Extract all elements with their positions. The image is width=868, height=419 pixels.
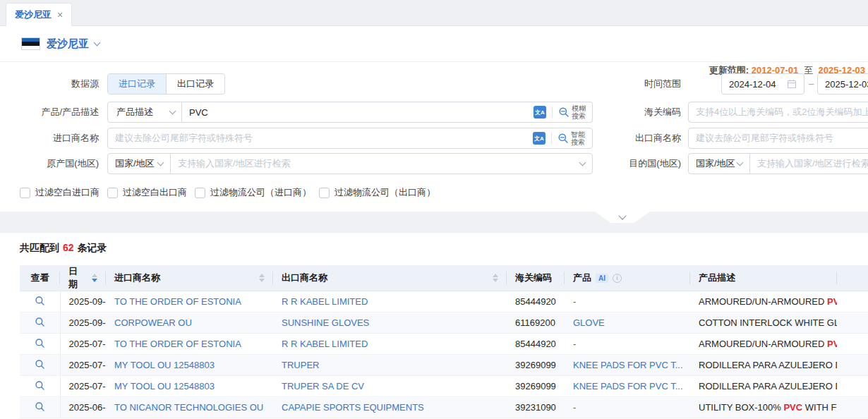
records-table: 查看 日期 进口商名称 出口商名称	[20, 265, 868, 418]
product-cell: -	[565, 291, 690, 312]
table-row: 2025-07-10 MY TOOL OU 12548803 TRUPER 39…	[20, 355, 868, 376]
results-summary: 共匹配到62条记录	[0, 233, 868, 255]
product-type-select[interactable]: 产品描述	[107, 102, 182, 123]
origin-country-type-select[interactable]: 国家/地区	[107, 153, 171, 174]
country-name[interactable]: 爱沙尼亚	[47, 37, 89, 51]
product-search-group: 产品描述 PVC 文A 模糊 搜索	[107, 102, 593, 123]
end-date-value: 2025-12-03	[825, 79, 868, 90]
summary-suffix: 条记录	[78, 242, 107, 253]
filter-blank-exporter-checkbox[interactable]: 过滤空白出口商	[107, 186, 187, 199]
view-record-button[interactable]	[20, 397, 60, 418]
view-record-button[interactable]	[20, 355, 60, 376]
tab-title: 爱沙尼亚	[15, 8, 52, 21]
date-range-separator: –	[809, 73, 814, 95]
filler-cell	[837, 291, 868, 312]
col-header-view: 查看	[20, 265, 60, 291]
info-icon[interactable]: i	[613, 274, 622, 283]
filter-blank-importer-checkbox[interactable]: 过滤空白进口商	[20, 186, 100, 199]
chevron-down-icon	[579, 159, 586, 166]
col-header-date[interactable]: 日期	[60, 265, 106, 291]
exporter-link[interactable]: SUNSHINE GLOVES	[273, 312, 507, 334]
estonia-flag-icon	[21, 37, 40, 50]
importer-input-icons: 文A 智能 搜索	[533, 130, 585, 147]
importer-link[interactable]: MY TOOL OU 12548803	[106, 376, 273, 397]
origin-select-value: 国家/地区	[115, 157, 155, 170]
importer-link[interactable]: TO THE ORDER OF ESTONIA	[106, 291, 273, 312]
sort-icons-date[interactable]	[92, 274, 97, 282]
chevron-down-icon	[618, 212, 626, 219]
app-window: 爱沙尼亚 × 爱沙尼亚 更新范围: 2012-07-01 至 2025-12-0…	[0, 0, 868, 419]
view-record-button[interactable]	[20, 376, 60, 397]
checkbox[interactable]	[20, 188, 30, 198]
hscode-cell: 85444920	[507, 334, 565, 355]
magnifier-icon	[35, 359, 45, 370]
tab-estonia[interactable]: 爱沙尼亚 ×	[6, 3, 72, 26]
exporter-placeholder: 建议去除公司尾部字符或特殊符号	[696, 132, 833, 145]
view-record-button[interactable]	[20, 312, 60, 334]
hscode-cell: 85444920	[507, 291, 565, 312]
fuzzy-search-button[interactable]: 模糊 搜索	[558, 104, 586, 121]
date-cell: 2025-06-26	[60, 397, 106, 418]
product-search-input[interactable]: PVC 文A 模糊 搜索	[182, 102, 593, 123]
checkbox[interactable]	[319, 188, 330, 198]
summary-prefix: 共匹配到	[20, 242, 59, 253]
product-link[interactable]: KNEE PADS FOR PVC T...	[565, 355, 690, 376]
exporter-link[interactable]: TRUPER SA DE CV	[273, 376, 507, 397]
description-cell: ARMOURED/UN-ARMOURED PVC I...	[690, 291, 837, 312]
date-cell: 2025-07-10	[60, 355, 106, 376]
product-link[interactable]: KNEE PADS FOR PVC T...	[565, 376, 690, 397]
importer-link[interactable]: CORPOWEAR OU	[106, 312, 273, 334]
col-header-importer[interactable]: 进口商名称	[106, 265, 273, 291]
filter-logistics-importer-checkbox[interactable]: 过滤物流公司（进口商）	[195, 186, 311, 199]
filter-row-product: 产品/产品描述 产品描述 PVC 文A 模糊 搜	[0, 102, 868, 123]
translate-icon[interactable]: 文A	[533, 132, 545, 145]
description-cell: UTILITY BOX-100% PVC WITH FOAM	[690, 397, 837, 418]
collapse-filters-button[interactable]	[595, 212, 650, 223]
table-row: 2025-09-30 TO THE ORDER OF ESTONIA R R K…	[20, 291, 868, 312]
date-cell: 2025-07-22	[60, 334, 106, 355]
view-record-button[interactable]	[20, 334, 60, 355]
close-icon[interactable]: ×	[57, 10, 63, 20]
col-header-exporter[interactable]: 出口商名称	[273, 265, 507, 291]
dest-select-value: 国家/地区	[696, 157, 735, 170]
dest-placeholder: 支持输入国家/地区进行检索	[757, 157, 868, 170]
exporter-link[interactable]: TRUPER	[273, 355, 507, 376]
exporter-link[interactable]: R R KABEL LIMITED	[273, 334, 507, 355]
checkbox[interactable]	[195, 188, 205, 198]
importer-name-input[interactable]: 建议去除公司尾部字符或特殊符号 文A 智能 搜索	[107, 128, 593, 149]
exporter-link[interactable]: CAPAPIE SPORTS EQUIPMENTS	[273, 397, 507, 418]
translate-icon[interactable]: 文A	[534, 106, 546, 119]
description-cell: ARMOURED/UN-ARMOURED PVC I...	[690, 334, 837, 355]
table-header-row: 查看 日期 进口商名称 出口商名称	[20, 265, 868, 291]
col-header-description: 产品描述	[690, 265, 837, 291]
filter-logistics-exporter-checkbox[interactable]: 过滤物流公司（出口商）	[319, 186, 435, 199]
chevron-down-icon[interactable]	[94, 39, 101, 46]
exporter-name-input[interactable]: 建议去除公司尾部字符或特殊符号	[688, 128, 868, 149]
data-source-label: 数据源	[0, 73, 99, 95]
export-records-tab[interactable]: 出口记录	[166, 74, 224, 94]
view-record-button[interactable]	[20, 291, 60, 312]
table-row: 2025-09-08 CORPOWEAR OU SUNSHINE GLOVES …	[20, 312, 868, 334]
origin-country-input[interactable]: 支持输入国家/地区进行检索	[170, 153, 593, 174]
chevron-down-icon	[169, 108, 176, 115]
magnifier-icon	[35, 338, 45, 348]
hs-code-input[interactable]: 支持4位以上海关编码，或2位海关编码加上	[688, 102, 868, 123]
importer-link[interactable]: TO THE ORDER OF ESTONIA	[106, 334, 273, 355]
importer-link[interactable]: TO NICANOR TECHNOLOGIES OU	[106, 397, 273, 418]
dest-country-type-select[interactable]: 国家/地区	[688, 153, 750, 174]
hscode-cell: 39269099	[507, 376, 565, 397]
import-records-tab[interactable]: 进口记录	[108, 74, 166, 94]
sort-icons-exporter[interactable]	[493, 274, 498, 282]
smart-search-button[interactable]: 智能 搜索	[557, 130, 585, 147]
sort-icons-importer[interactable]	[259, 274, 265, 282]
product-link[interactable]: GLOVE	[565, 312, 690, 334]
importer-link[interactable]: MY TOOL OU 12548803	[106, 355, 273, 376]
dest-country-input[interactable]: 支持输入国家/地区进行检索	[749, 153, 868, 174]
magnifier-icon	[35, 401, 45, 412]
start-date-input[interactable]: 2024-12-04	[721, 73, 804, 95]
filler-cell	[837, 334, 868, 355]
end-date-input[interactable]: 2025-12-03	[817, 73, 868, 95]
exporter-link[interactable]: R R KABEL LIMITED	[273, 291, 507, 312]
data-source-toggle: 进口记录 出口记录	[107, 73, 225, 95]
checkbox[interactable]	[107, 188, 118, 198]
